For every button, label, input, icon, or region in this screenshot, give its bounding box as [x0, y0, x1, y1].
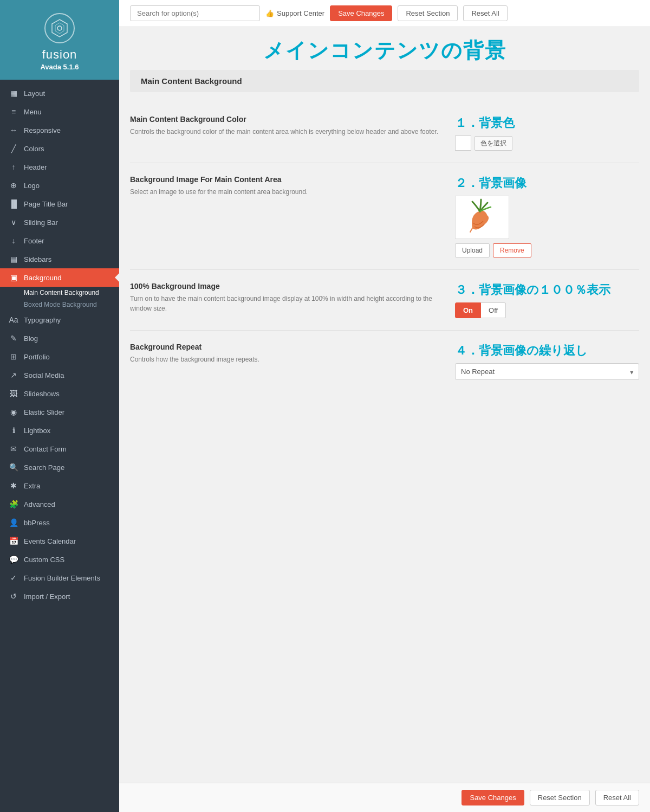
- sidebar-item-sliding-bar[interactable]: ∨ Sliding Bar: [0, 213, 119, 231]
- nav-label-sidebars: Sidebars: [24, 255, 110, 263]
- sidebar-item-page-title-bar[interactable]: ▐▌ Page Title Bar: [0, 195, 119, 213]
- option-bg-image-desc: Select an image to use for the main cont…: [130, 187, 444, 197]
- toggle-on-button[interactable]: On: [455, 302, 481, 318]
- nav-label-typography: Typography: [24, 316, 110, 324]
- nav-label-events-calendar: Events Calendar: [24, 537, 110, 545]
- sidebar-item-events-calendar[interactable]: 📅 Events Calendar: [0, 532, 119, 550]
- reset-section-button[interactable]: Reset Section: [398, 5, 458, 21]
- annotation-2: ２．背景画像: [455, 175, 639, 191]
- nav-icon-slideshows: 🖼: [9, 389, 18, 398]
- sidebar-item-lightbox[interactable]: ℹ Lightbox: [0, 421, 119, 440]
- reset-all-button[interactable]: Reset All: [463, 5, 507, 21]
- sidebar-item-blog[interactable]: ✎ Blog: [0, 329, 119, 347]
- annotation-4: ４．背景画像の繰り返し: [455, 343, 639, 359]
- sidebar: fusion Avada 5.1.6 ▦ Layout ≡ Menu ↔ Res…: [0, 0, 119, 812]
- nav-label-extra: Extra: [24, 482, 110, 490]
- upload-button[interactable]: Upload: [455, 243, 490, 257]
- bottom-reset-section-button[interactable]: Reset Section: [530, 790, 590, 805]
- nav-label-bbpress: bbPress: [24, 519, 110, 527]
- bottom-bar: Save Changes Reset Section Reset All: [119, 783, 650, 812]
- nav-label-search-page: Search Page: [24, 463, 110, 472]
- sidebar-item-portfolio[interactable]: ⊞ Portfolio: [0, 347, 119, 366]
- thumbs-up-icon: 👍: [265, 9, 274, 17]
- sidebar-sub-main-content-background[interactable]: Main Content Background: [0, 287, 119, 299]
- nav-icon-menu: ≡: [9, 107, 18, 116]
- nav-icon-social-media: ↗: [9, 371, 18, 379]
- color-swatch-row: 色を選択: [455, 136, 639, 151]
- option-bg-image-title: Background Image For Main Content Area: [130, 175, 444, 184]
- color-select-button[interactable]: 色を選択: [474, 136, 512, 151]
- sidebar-item-menu[interactable]: ≡ Menu: [0, 102, 119, 121]
- nav-icon-sidebars: ▤: [9, 255, 18, 263]
- nav-label-custom-css: Custom CSS: [24, 556, 110, 564]
- option-bg-100-title: 100% Background Image: [130, 282, 444, 291]
- select-wrapper: No Repeat Repeat Repeat X Repeat Y: [455, 363, 639, 380]
- nav-label-import-export: Import / Export: [24, 592, 110, 601]
- nav-label-sliding-bar: Sliding Bar: [24, 218, 110, 227]
- option-bg-repeat-left: Background Repeat Controls how the backg…: [130, 343, 444, 364]
- carrot-image: [460, 198, 504, 236]
- sidebar-item-advanced[interactable]: 🧩 Advanced: [0, 495, 119, 513]
- sidebar-item-elastic-slider[interactable]: ◉ Elastic Slider: [0, 403, 119, 421]
- sidebar-item-background[interactable]: ▣ Background: [0, 268, 119, 287]
- sidebar-item-responsive[interactable]: ↔ Responsive: [0, 121, 119, 139]
- toggle-off-button[interactable]: Off: [481, 302, 506, 318]
- color-swatch[interactable]: [455, 136, 471, 151]
- page-japanese-title: メインコンテンツの背景: [119, 27, 650, 70]
- option-bg-color: Main Content Background Color Controls t…: [130, 103, 639, 163]
- nav-label-blog: Blog: [24, 334, 110, 343]
- sidebar-item-import-export[interactable]: ↺ Import / Export: [0, 587, 119, 605]
- sidebar-navigation: ▦ Layout ≡ Menu ↔ Responsive ╱ Colors ↑ …: [0, 80, 119, 812]
- option-bg-repeat: Background Repeat Controls how the backg…: [130, 331, 639, 392]
- section-header: Main Content Background: [130, 70, 639, 92]
- remove-button[interactable]: Remove: [493, 243, 531, 257]
- nav-icon-bbpress: 👤: [9, 518, 18, 527]
- sidebar-item-search-page[interactable]: 🔍 Search Page: [0, 458, 119, 476]
- sidebar-item-fusion-builder[interactable]: ✓ Fusion Builder Elements: [0, 569, 119, 587]
- bg-repeat-select[interactable]: No Repeat Repeat Repeat X Repeat Y: [455, 363, 639, 380]
- sidebar-item-social-media[interactable]: ↗ Social Media: [0, 366, 119, 384]
- nav-label-lightbox: Lightbox: [24, 427, 110, 435]
- nav-icon-elastic-slider: ◉: [9, 408, 18, 416]
- bottom-save-changes-button[interactable]: Save Changes: [461, 790, 524, 805]
- nav-label-footer: Footer: [24, 237, 110, 245]
- sidebar-item-slideshows[interactable]: 🖼 Slideshows: [0, 384, 119, 403]
- nav-icon-blog: ✎: [9, 334, 18, 343]
- app-name: fusion: [42, 48, 77, 62]
- sidebar-item-bbpress[interactable]: 👤 bbPress: [0, 513, 119, 532]
- sidebar-item-header[interactable]: ↑ Header: [0, 158, 119, 176]
- sidebar-item-layout[interactable]: ▦ Layout: [0, 84, 119, 102]
- sidebar-item-footer[interactable]: ↓ Footer: [0, 231, 119, 250]
- option-bg-repeat-title: Background Repeat: [130, 343, 444, 351]
- sidebar-item-custom-css[interactable]: 💬 Custom CSS: [0, 550, 119, 569]
- option-bg-100: 100% Background Image Turn on to have th…: [130, 270, 639, 331]
- nav-icon-footer: ↓: [9, 236, 18, 245]
- app-version: Avada 5.1.6: [40, 63, 79, 71]
- nav-label-social-media: Social Media: [24, 371, 110, 379]
- app-logo-icon: [44, 13, 75, 43]
- option-bg-repeat-right: ４．背景画像の繰り返し No Repeat Repeat Repeat X Re…: [455, 343, 639, 380]
- support-center-button[interactable]: 👍 Support Center: [265, 9, 324, 17]
- svg-marker-0: [52, 20, 67, 37]
- search-input[interactable]: [130, 5, 260, 21]
- save-changes-button[interactable]: Save Changes: [330, 5, 392, 21]
- nav-icon-lightbox: ℹ: [9, 426, 18, 435]
- sidebar-item-logo[interactable]: ⊕ Logo: [0, 176, 119, 195]
- nav-icon-responsive: ↔: [9, 126, 18, 134]
- annotation-3: ３．背景画像の１００％表示: [455, 282, 639, 298]
- nav-icon-custom-css: 💬: [9, 555, 18, 564]
- sidebar-item-sidebars[interactable]: ▤ Sidebars: [0, 250, 119, 268]
- spacer: [119, 403, 650, 783]
- sidebar-item-colors[interactable]: ╱ Colors: [0, 139, 119, 158]
- sidebar-item-extra[interactable]: ✱ Extra: [0, 476, 119, 495]
- nav-label-menu: Menu: [24, 108, 110, 116]
- nav-icon-search-page: 🔍: [9, 463, 18, 472]
- sidebar-item-contact-form[interactable]: ✉ Contact Form: [0, 440, 119, 458]
- sidebar-sub-boxed-mode-background[interactable]: Boxed Mode Background: [0, 299, 119, 311]
- sidebar-item-typography[interactable]: Aa Typography: [0, 311, 119, 329]
- annotation-1: １．背景色: [455, 115, 639, 131]
- nav-icon-typography: Aa: [9, 315, 18, 324]
- bottom-reset-all-button[interactable]: Reset All: [595, 790, 639, 805]
- option-bg-color-right: １．背景色 色を選択: [455, 115, 639, 151]
- svg-point-2: [57, 26, 62, 30]
